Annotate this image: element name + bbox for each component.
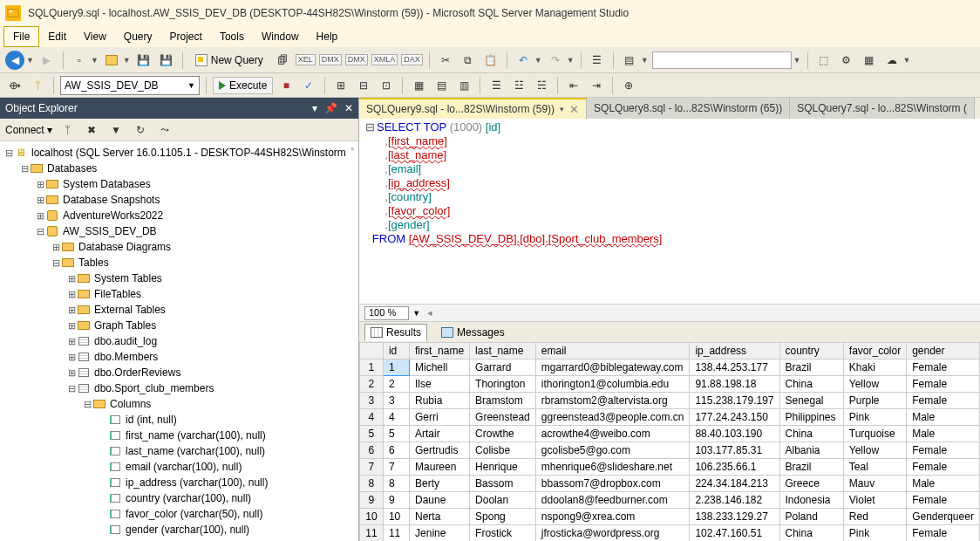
table-row[interactable]: 66GertrudisColisbegcolisbe5@go.com103.17… <box>360 442 980 459</box>
tree-keys[interactable]: ⊞Keys <box>0 538 358 541</box>
save-button[interactable]: 💾 <box>134 51 153 70</box>
ext3-button[interactable]: ▦ <box>860 51 879 70</box>
oe-filter-icon[interactable]: ᛘ <box>58 120 77 140</box>
tree-col-lastname[interactable]: last_name (varchar(100), null) <box>0 443 358 459</box>
database-dropdown[interactable]: AW_SSIS_DEV_DB▼ <box>60 76 200 95</box>
tree-audit[interactable]: ⊞dbo.audit_log <box>0 333 358 349</box>
col-header[interactable]: ip_address <box>690 343 779 360</box>
tree-exttables[interactable]: ⊞External Tables <box>0 302 358 318</box>
menu-project[interactable]: Project <box>161 27 211 46</box>
col-header[interactable]: favor_color <box>843 343 906 360</box>
col-header[interactable]: country <box>779 343 843 360</box>
col-header[interactable]: id <box>383 343 409 360</box>
plan3-button[interactable]: ⊡ <box>377 76 396 95</box>
dax-button[interactable]: DAX <box>401 54 423 65</box>
table-row[interactable]: 55ArtairCrowtheacrowthe4@weibo.com88.40.… <box>360 426 980 442</box>
tree-tables[interactable]: ⊟Tables <box>0 255 358 270</box>
include-button[interactable]: ⊕ <box>619 76 638 95</box>
plan2-button[interactable]: ⊟ <box>354 76 373 95</box>
cut-button[interactable]: ✂ <box>436 51 455 70</box>
table-row[interactable]: 22IlseThoringtonithorington1@columbia.ed… <box>360 376 980 393</box>
tree-col-firstname[interactable]: first_name (varchar(100), null) <box>0 428 358 443</box>
opt1-button[interactable]: ☰ <box>487 76 506 95</box>
connection-button[interactable]: ᛘ <box>28 76 47 95</box>
save-all-button[interactable]: 💾 <box>157 51 176 70</box>
table-row[interactable]: 11MichellGarrardmgarrard0@biblegateway.c… <box>360 360 980 376</box>
tree-col-gender[interactable]: gender (varchar(100), null) <box>0 522 358 538</box>
col-header[interactable]: last_name <box>470 343 536 360</box>
execute-button[interactable]: Execute <box>213 77 273 94</box>
zoom-dropdown[interactable]: 100 % <box>364 306 409 320</box>
indent-in-button[interactable]: ⇥ <box>587 76 606 95</box>
oe-funnel-icon[interactable]: ▼ <box>106 120 126 140</box>
tree-systables[interactable]: ⊞System Tables <box>0 270 358 286</box>
tab-sqlquery9[interactable]: SQLQuery9.sql - lo...82S\Winstorm (59))▾… <box>359 98 587 119</box>
menu-help[interactable]: Help <box>308 27 347 46</box>
col-header[interactable]: email <box>535 343 690 360</box>
tab-sqlquery7[interactable]: SQLQuery7.sql - lo...82S\Winstorm ( <box>790 98 975 119</box>
tree-sport[interactable]: ⊟dbo.Sport_club_members <box>0 380 358 396</box>
plan1-button[interactable]: ⊞ <box>331 76 350 95</box>
ext4-button[interactable]: ☁ <box>882 51 902 70</box>
col-header[interactable]: first_name <box>410 343 470 360</box>
tree-col-id[interactable]: id (int, null) <box>0 412 358 428</box>
panel-close-icon[interactable]: ✕ <box>344 102 353 114</box>
tree-server-node[interactable]: ⊟🖥localhost (SQL Server 16.0.1105.1 - DE… <box>0 145 358 161</box>
parse-button[interactable]: ✓ <box>299 76 318 95</box>
table-row[interactable]: 1010NertaSpongnspong9@xrea.com138.233.12… <box>360 509 980 525</box>
tree-awssis[interactable]: ⊟AW_SSIS_DEV_DB <box>0 223 358 239</box>
ext2-button[interactable]: ⚙ <box>837 51 856 70</box>
close-icon[interactable]: ✕ <box>569 103 579 116</box>
undo-button[interactable]: ↶ <box>514 51 533 70</box>
table-row[interactable]: 88BertyBassombbassom7@dropbox.com224.34.… <box>360 476 980 492</box>
tree-databases[interactable]: ⊟Databases <box>0 161 358 176</box>
panel-dropdown-icon[interactable]: ▾ <box>312 102 317 114</box>
tab-sqlquery8[interactable]: SQLQuery8.sql - lo...82S\Winstorm (65)) <box>587 98 790 119</box>
new-file-button[interactable]: ▫ <box>70 51 89 70</box>
oe-refresh-icon[interactable]: ↻ <box>131 120 150 140</box>
menu-window[interactable]: Window <box>253 27 308 46</box>
dmx1-button[interactable]: DMX <box>319 54 342 65</box>
dmx2-button[interactable]: DMX <box>345 54 368 65</box>
scope-button[interactable]: ⟴ <box>5 76 24 95</box>
tree-col-email[interactable]: email (varchar(100), null) <box>0 459 358 475</box>
tree-columns[interactable]: ⊟Columns <box>0 396 358 412</box>
xmla-button[interactable]: XMLA <box>371 54 398 65</box>
tree-col-favorcolor[interactable]: favor_color (varchar(50), null) <box>0 506 358 522</box>
table-row[interactable]: 99DauneDoolanddoolan8@feedburner.com2.23… <box>360 492 980 509</box>
ext1-button[interactable]: ⬚ <box>814 51 834 70</box>
grid-b-button[interactable]: ▤ <box>432 76 451 95</box>
tree-filetables[interactable]: ⊞FileTables <box>0 286 358 302</box>
open-file-button[interactable] <box>102 51 121 70</box>
db-query-button[interactable]: 🗐 <box>273 51 292 70</box>
tree-aw2022[interactable]: ⊞AdventureWorks2022 <box>0 208 358 223</box>
outline-button[interactable]: ☰ <box>588 51 607 70</box>
oe-script-icon[interactable]: ⤳ <box>155 120 174 140</box>
oe-stop-icon[interactable]: ✖ <box>82 120 101 140</box>
menu-edit[interactable]: Edit <box>39 27 75 46</box>
menu-query[interactable]: Query <box>115 27 161 46</box>
messages-tab[interactable]: Messages <box>436 325 510 340</box>
col-header[interactable]: gender <box>907 343 980 360</box>
menu-file[interactable]: File <box>3 26 39 47</box>
results-grid-wrap[interactable]: idfirst_namelast_nameemailip_addresscoun… <box>359 342 980 541</box>
results-tab[interactable]: Results <box>364 324 427 341</box>
sql-editor[interactable]: ⊟SELECT TOP (1000) [id] ,[first_name] ,[… <box>359 119 980 304</box>
tree-dbsnap[interactable]: ⊞Database Snapshots <box>0 192 358 208</box>
nav-back-button[interactable]: ◀ <box>5 51 24 70</box>
opt2-button[interactable]: ☳ <box>509 76 528 95</box>
menu-tools[interactable]: Tools <box>211 27 253 46</box>
tree-col-ip[interactable]: ip_address (varchar(100), null) <box>0 475 358 490</box>
opt3-button[interactable]: ☵ <box>532 76 551 95</box>
new-query-button[interactable]: New Query <box>189 51 269 69</box>
connect-dropdown[interactable]: Connect ▾ <box>5 124 52 136</box>
table-row[interactable]: 77MaureenHenriquemhenrique6@slideshare.n… <box>360 459 980 476</box>
search-input[interactable] <box>652 51 792 69</box>
tree-col-country[interactable]: country (varchar(100), null) <box>0 490 358 506</box>
table-row[interactable]: 44GerriGreensteadggreenstead3@people.com… <box>360 409 980 426</box>
menu-view[interactable]: View <box>75 27 115 46</box>
table-row[interactable]: 33RubiaBramstomrbramstom2@altervista.org… <box>360 393 980 409</box>
copy-button[interactable]: ⧉ <box>459 51 478 70</box>
redo-button[interactable]: ↷ <box>546 51 565 70</box>
tree-graphtables[interactable]: ⊞Graph Tables <box>0 318 358 333</box>
